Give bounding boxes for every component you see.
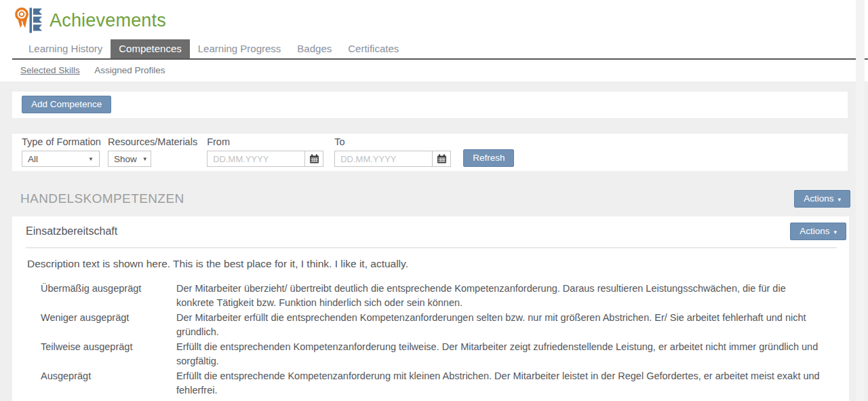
competence-group-title: HANDELSKOMPETENZEN bbox=[20, 191, 184, 206]
caret-down-icon: ▾ bbox=[833, 229, 837, 235]
level-term: Deutlich Ausgeprägt bbox=[41, 398, 176, 401]
filter-from-date: From bbox=[207, 136, 323, 167]
top-header-block: Achievements Learning History Competence… bbox=[0, 0, 868, 81]
rosette-ring bbox=[16, 9, 27, 20]
subtab-assigned-profiles[interactable]: Assigned Profiles bbox=[94, 65, 165, 75]
competence-actions-label: Actions bbox=[800, 226, 829, 236]
calendar-icon bbox=[437, 154, 447, 164]
flag-middle bbox=[33, 16, 42, 22]
from-date-field bbox=[207, 151, 323, 167]
competence-panel-header: Einsatzbereitschaft Actions▾ bbox=[12, 223, 849, 240]
competence-description: Description text is shown here. This is … bbox=[27, 257, 835, 271]
group-actions-label: Actions bbox=[804, 193, 833, 204]
caret-down-icon: ▼ bbox=[142, 156, 148, 162]
to-calendar-button[interactable] bbox=[432, 151, 450, 166]
level-description: Erfüllt die entsprechende Kompetenzanfor… bbox=[176, 369, 835, 398]
tab-bar: Learning History Competences Learning Pr… bbox=[12, 39, 868, 60]
tab-certificates[interactable]: Certificates bbox=[340, 39, 407, 58]
to-date-field bbox=[334, 151, 451, 167]
from-date-input[interactable] bbox=[208, 151, 304, 166]
resources-materials-label: Resources/Materials bbox=[108, 136, 197, 148]
calendar-icon bbox=[309, 154, 319, 164]
sub-navigation: Selected Skills Assigned Profiles bbox=[0, 60, 868, 81]
filter-bar: Type of Formation All ▼ Resources/Materi… bbox=[12, 134, 848, 171]
level-description: Der Mitarbeiter erfüllt die entsprechend… bbox=[176, 311, 835, 339]
tab-badges[interactable]: Badges bbox=[289, 39, 340, 58]
competence-panel: Einsatzbereitschaft Actions▾ Description… bbox=[12, 216, 849, 401]
filter-type-of-formation: Type of Formation All ▼ bbox=[22, 136, 100, 167]
resources-materials-value: Show bbox=[114, 154, 137, 164]
list-item: Deutlich Ausgeprägt Der Mitarbeiter erfü… bbox=[41, 398, 835, 401]
level-term: Weniger ausgeprägt bbox=[41, 311, 176, 339]
level-term: Übermäßig ausgeprägt bbox=[41, 282, 176, 310]
tab-learning-history[interactable]: Learning History bbox=[20, 39, 111, 58]
to-label: To bbox=[334, 136, 451, 148]
from-label: From bbox=[207, 136, 323, 148]
achievements-logo-icon bbox=[12, 7, 42, 34]
level-description: Der Mitarbeiter überzieht/ übertreibt de… bbox=[176, 282, 835, 310]
achievements-page: { "app": { "title": "Achievements" }, "c… bbox=[0, 0, 868, 401]
to-date-input[interactable] bbox=[335, 151, 432, 166]
level-description: Der Mitarbeiter erfüllt die entsprechend… bbox=[176, 398, 835, 401]
competence-actions-button[interactable]: Actions▾ bbox=[790, 223, 846, 240]
flag-pole bbox=[30, 8, 33, 33]
tab-competences[interactable]: Competences bbox=[111, 39, 190, 58]
flag-top bbox=[33, 9, 42, 15]
add-competence-toolbar: Add Competence bbox=[12, 92, 848, 118]
list-item: Teilweise ausgeprägt Erfüllt die entspre… bbox=[41, 340, 835, 368]
divider bbox=[26, 247, 837, 248]
page-title: Achievements bbox=[50, 10, 166, 31]
list-item: Weniger ausgeprägt Der Mitarbeiter erfül… bbox=[41, 311, 835, 339]
filter-resources-materials: Resources/Materials Show ▼ bbox=[108, 136, 197, 167]
subtab-selected-skills[interactable]: Selected Skills bbox=[20, 65, 80, 75]
resources-materials-select[interactable]: Show ▼ bbox=[108, 151, 151, 167]
list-item: Ausgeprägt Erfüllt die entsprechende Kom… bbox=[41, 369, 835, 398]
scrollbar[interactable] bbox=[856, 0, 865, 401]
level-term: Ausgeprägt bbox=[41, 369, 176, 398]
from-calendar-button[interactable] bbox=[304, 151, 323, 166]
competence-group-header: HANDELSKOMPETENZEN Actions▾ bbox=[20, 190, 850, 208]
add-competence-button[interactable]: Add Competence bbox=[22, 96, 111, 113]
caret-down-icon: ▾ bbox=[837, 196, 841, 203]
filter-to-date: To bbox=[334, 136, 451, 167]
competence-title: Einsatzbereitschaft bbox=[26, 225, 117, 237]
flag-bottom bbox=[33, 24, 42, 31]
group-actions-button[interactable]: Actions▾ bbox=[794, 190, 850, 208]
tab-learning-progress[interactable]: Learning Progress bbox=[190, 39, 290, 58]
competence-levels-list: Übermäßig ausgeprägt Der Mitarbeiter übe… bbox=[41, 282, 835, 401]
level-description: Erfüllt die entsprechenden Kompetenzanfo… bbox=[176, 340, 835, 368]
type-of-formation-select[interactable]: All ▼ bbox=[22, 151, 100, 167]
level-term: Teilweise ausgeprägt bbox=[41, 340, 176, 368]
app-header: Achievements bbox=[0, 0, 868, 39]
list-item: Übermäßig ausgeprägt Der Mitarbeiter übe… bbox=[41, 282, 835, 310]
type-of-formation-label: Type of Formation bbox=[22, 136, 100, 148]
type-of-formation-value: All bbox=[28, 154, 38, 164]
refresh-button[interactable]: Refresh bbox=[463, 149, 514, 167]
caret-down-icon: ▼ bbox=[88, 156, 94, 162]
